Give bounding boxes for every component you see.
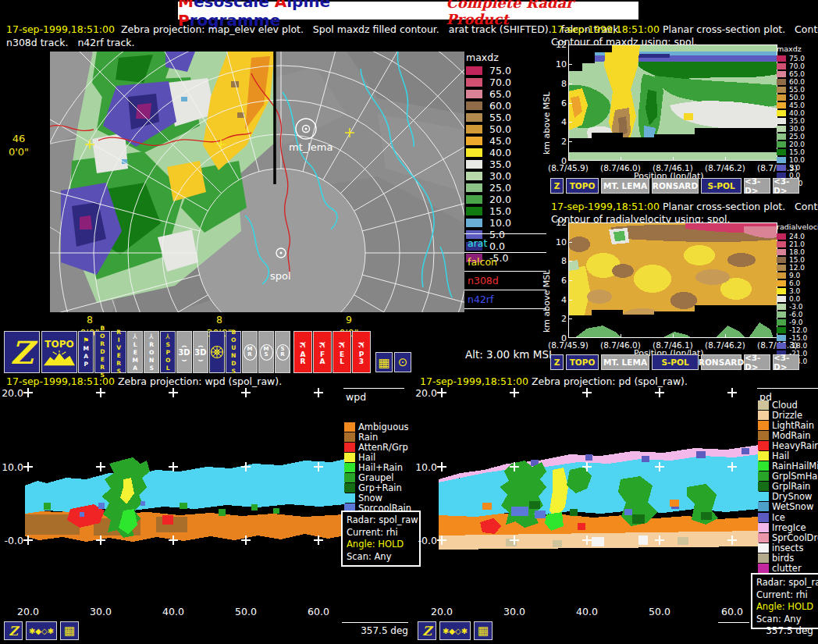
colorbar-value: 45.0 xyxy=(789,101,805,109)
xsec-button[interactable]: TOPO xyxy=(566,178,599,194)
aircraft-track-button[interactable]: ✈ AR xyxy=(293,331,312,373)
colorbar-value: 55.0 xyxy=(489,112,511,123)
xsec-button[interactable]: MT. LEMA xyxy=(601,354,649,370)
wpd-deg-divider xyxy=(342,622,408,623)
colorbar-row: 70.0 xyxy=(466,76,546,88)
grid-button[interactable]: ▦ xyxy=(474,621,493,640)
zebra-button[interactable]: Z xyxy=(4,331,40,373)
xsec1-colorbar: maxdz 75.0 70.0 65.0 xyxy=(777,44,818,187)
colorbar-swatch xyxy=(777,63,786,70)
three-d-up-button[interactable]: ⌢3D⌣ xyxy=(176,331,192,373)
colorbar-value: 25.0 xyxy=(789,133,805,141)
weather-symbols-button[interactable]: ✱◆◇✱ xyxy=(26,621,57,640)
lema-radar-button[interactable]: ⅄ LEMA xyxy=(127,331,143,373)
antenna-icon: ⅄ xyxy=(133,333,137,340)
colorbar-swatch xyxy=(777,311,786,318)
legend-row: AttenR/Grp xyxy=(344,442,411,452)
colorbar-row: 24.0 xyxy=(777,233,818,240)
weather-symbols-button[interactable]: ✱◆◇✱ xyxy=(439,621,471,640)
track-item[interactable]: falcon xyxy=(464,252,546,271)
xsec-button[interactable]: RONSARD xyxy=(652,178,699,194)
legend-swatch xyxy=(758,431,769,440)
legend-swatch xyxy=(758,482,769,491)
borders-button[interactable]: BORDERS xyxy=(94,331,110,373)
zebra-button[interactable]: Z xyxy=(4,621,23,640)
xsec-button[interactable]: S-POL xyxy=(652,354,699,370)
topo-button[interactable]: TOPO xyxy=(41,331,77,373)
zebra-button[interactable]: Z xyxy=(418,621,436,640)
xtick-label: (8.7/45.9) xyxy=(542,163,594,173)
aircraft-track-button[interactable]: ✈ P3 xyxy=(352,331,371,373)
colorbar-value: 0.0 xyxy=(789,295,800,303)
legend-swatch xyxy=(344,483,355,493)
scan-fan-button[interactable] xyxy=(209,331,225,373)
title-part: esoscale xyxy=(194,0,275,11)
colorbar-swatch xyxy=(466,125,482,134)
xsec-button[interactable]: RONSARD xyxy=(701,354,742,370)
grid-button[interactable]: ▦ xyxy=(60,621,79,640)
ytick-label: 2 xyxy=(554,314,567,324)
colorbar-value: 75.0 xyxy=(489,65,511,76)
track-item[interactable]: arat xyxy=(464,233,546,252)
colorbar-title: maxdz xyxy=(466,52,546,63)
colorbar-value: 20.0 xyxy=(489,194,511,205)
pd-plot[interactable] xyxy=(437,386,759,620)
xsec-button[interactable]: MT. LEMA xyxy=(601,178,649,194)
colorbar-swatch xyxy=(777,280,786,287)
bounds-button[interactable]: BOUNDS xyxy=(226,331,241,373)
colorbar-row: 10.0 xyxy=(777,156,818,164)
legend-swatch xyxy=(344,432,355,442)
mr-button[interactable]: MR xyxy=(242,331,258,373)
grid-button[interactable]: ▦ xyxy=(375,352,393,372)
map-canvas[interactable]: mt_lema spol xyxy=(50,52,464,312)
sun-dot-button[interactable]: ⊙ xyxy=(394,352,411,372)
wpd-plot[interactable] xyxy=(23,386,345,620)
colorbar-swatch xyxy=(466,219,482,228)
colorbar-row: 21.0 xyxy=(777,240,818,248)
aircraft-track-button[interactable]: ✈ EL xyxy=(333,331,351,373)
grid-icon: ▦ xyxy=(378,355,389,370)
colorbar-row: 30.0 xyxy=(777,125,818,133)
aircraft-track-button[interactable]: ✈ FA xyxy=(313,331,332,373)
aircraft-label: AR xyxy=(301,351,306,365)
xsec-button[interactable]: Z xyxy=(550,178,564,194)
spol-radar-button[interactable]: ⅄ SPOL xyxy=(160,331,176,373)
xsec-button[interactable]: <3-D> xyxy=(744,354,770,370)
info-line: Scan: Any xyxy=(756,614,818,626)
colorbar-swatch xyxy=(466,183,482,193)
track-item[interactable]: n308d xyxy=(464,271,546,290)
colorbar-swatch xyxy=(466,101,482,111)
rons-radar-button[interactable]: ⅄ RONS xyxy=(144,331,159,373)
arc-down-icon: ⌣ xyxy=(182,356,187,363)
xsec-button[interactable]: <3-D> xyxy=(773,178,799,194)
xsec-button[interactable]: Z xyxy=(550,354,564,370)
xsec2-plot[interactable] xyxy=(568,222,777,338)
rivers-button[interactable]: RIVERS xyxy=(111,331,126,373)
legend-row: Rain xyxy=(344,432,411,442)
title-part: A xyxy=(275,0,286,11)
main-map-plot[interactable]: mt_lema spol xyxy=(50,52,464,312)
colorbar-value: 10.0 xyxy=(489,217,511,229)
xsec-button[interactable]: S-POL xyxy=(701,178,742,194)
colorbar-row: 50.0 xyxy=(777,94,818,101)
xsec1-plot[interactable] xyxy=(568,44,777,161)
map-flag-icon: ⚑ xyxy=(83,336,89,344)
colorbar-row: 45.0 xyxy=(466,135,546,147)
colorbar-value: 70.0 xyxy=(789,62,805,70)
legend-swatch xyxy=(758,461,769,471)
legend-swatch xyxy=(758,513,769,522)
xsec-button[interactable]: TOPO xyxy=(566,354,599,370)
xsec-button[interactable]: <3-D> xyxy=(773,354,799,370)
colorbar-swatch xyxy=(777,102,786,109)
colorbar-row: 35.0 xyxy=(777,117,818,125)
legend-label: Ambiguous xyxy=(358,422,408,432)
three-d-down-button[interactable]: ⌢3D⌣ xyxy=(193,331,208,373)
sr-button[interactable]: SR xyxy=(275,331,290,373)
xsec-button[interactable]: <3-D> xyxy=(744,178,770,194)
colorbar-row: 18.0 xyxy=(777,248,818,256)
track-item[interactable]: n42rf xyxy=(464,290,546,309)
map-button[interactable]: ⚑ MAP xyxy=(78,331,94,373)
zebra-icon: Z xyxy=(9,624,18,639)
ytick-label: 12 xyxy=(554,40,567,50)
ms-button[interactable]: MS xyxy=(258,331,274,373)
